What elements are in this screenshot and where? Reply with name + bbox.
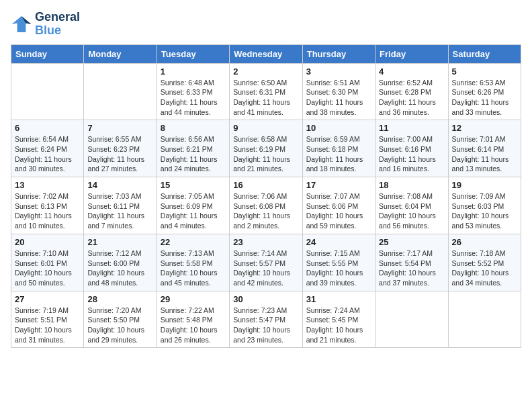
calendar-cell: 27Sunrise: 7:19 AM Sunset: 5:51 PM Dayli… [11,291,84,348]
calendar-cell [448,291,521,348]
weekday-header-wednesday: Wednesday [230,44,302,63]
calendar-cell: 8Sunrise: 6:56 AM Sunset: 6:21 PM Daylig… [157,120,229,177]
day-number: 17 [306,180,371,190]
day-detail: Sunrise: 7:07 AM Sunset: 6:06 PM Dayligh… [306,191,371,231]
weekday-header-monday: Monday [84,44,157,63]
calendar-cell: 5Sunrise: 6:53 AM Sunset: 6:26 PM Daylig… [448,63,521,120]
day-detail: Sunrise: 7:03 AM Sunset: 6:11 PM Dayligh… [87,191,152,231]
day-number: 2 [233,66,298,77]
day-number: 15 [161,180,226,190]
day-number: 18 [379,180,444,190]
day-detail: Sunrise: 7:06 AM Sunset: 6:08 PM Dayligh… [233,191,298,231]
day-number: 3 [306,66,371,77]
calendar-cell: 18Sunrise: 7:08 AM Sunset: 6:04 PM Dayli… [375,177,448,234]
day-detail: Sunrise: 7:24 AM Sunset: 5:45 PM Dayligh… [306,306,371,345]
day-detail: Sunrise: 7:00 AM Sunset: 6:16 PM Dayligh… [379,134,444,174]
day-number: 14 [87,180,152,190]
day-detail: Sunrise: 7:23 AM Sunset: 5:47 PM Dayligh… [233,306,298,345]
calendar-cell: 31Sunrise: 7:24 AM Sunset: 5:45 PM Dayli… [302,291,375,348]
day-detail: Sunrise: 7:15 AM Sunset: 5:55 PM Dayligh… [306,248,371,288]
calendar-cell: 4Sunrise: 6:52 AM Sunset: 6:28 PM Daylig… [375,63,448,120]
logo: General Blue [11,11,80,38]
day-detail: Sunrise: 6:53 AM Sunset: 6:26 PM Dayligh… [452,78,517,118]
weekday-header-friday: Friday [375,44,448,63]
day-number: 7 [87,123,152,133]
day-number: 31 [306,294,371,304]
day-detail: Sunrise: 6:51 AM Sunset: 6:30 PM Dayligh… [306,78,371,118]
day-detail: Sunrise: 7:01 AM Sunset: 6:14 PM Dayligh… [452,134,517,174]
calendar-cell: 24Sunrise: 7:15 AM Sunset: 5:55 PM Dayli… [302,234,375,291]
calendar-cell: 7Sunrise: 6:55 AM Sunset: 6:23 PM Daylig… [84,120,157,177]
calendar-cell: 25Sunrise: 7:17 AM Sunset: 5:54 PM Dayli… [375,234,448,291]
calendar-cell: 16Sunrise: 7:06 AM Sunset: 6:08 PM Dayli… [230,177,302,234]
calendar-cell: 12Sunrise: 7:01 AM Sunset: 6:14 PM Dayli… [448,120,521,177]
day-detail: Sunrise: 6:56 AM Sunset: 6:21 PM Dayligh… [161,134,226,174]
day-number: 19 [452,180,517,190]
day-detail: Sunrise: 6:54 AM Sunset: 6:24 PM Dayligh… [15,134,80,174]
calendar-cell: 14Sunrise: 7:03 AM Sunset: 6:11 PM Dayli… [84,177,157,234]
day-detail: Sunrise: 7:02 AM Sunset: 6:13 PM Dayligh… [15,191,80,231]
day-detail: Sunrise: 7:08 AM Sunset: 6:04 PM Dayligh… [379,191,444,231]
day-detail: Sunrise: 6:58 AM Sunset: 6:19 PM Dayligh… [233,134,298,174]
calendar-cell: 6Sunrise: 6:54 AM Sunset: 6:24 PM Daylig… [11,120,84,177]
day-number: 24 [306,237,371,247]
day-number: 25 [379,237,444,247]
day-detail: Sunrise: 7:14 AM Sunset: 5:57 PM Dayligh… [233,248,298,288]
day-number: 22 [161,237,226,247]
day-detail: Sunrise: 7:09 AM Sunset: 6:03 PM Dayligh… [452,191,517,231]
calendar-cell: 22Sunrise: 7:13 AM Sunset: 5:58 PM Dayli… [157,234,229,291]
calendar-cell: 3Sunrise: 6:51 AM Sunset: 6:30 PM Daylig… [302,63,375,120]
day-detail: Sunrise: 7:22 AM Sunset: 5:48 PM Dayligh… [161,306,226,345]
calendar-cell: 21Sunrise: 7:12 AM Sunset: 6:00 PM Dayli… [84,234,157,291]
day-number: 12 [452,123,517,133]
day-detail: Sunrise: 7:19 AM Sunset: 5:51 PM Dayligh… [15,306,80,345]
calendar-cell: 20Sunrise: 7:10 AM Sunset: 6:01 PM Dayli… [11,234,84,291]
day-detail: Sunrise: 7:18 AM Sunset: 5:52 PM Dayligh… [452,248,517,288]
day-detail: Sunrise: 6:50 AM Sunset: 6:31 PM Dayligh… [233,78,298,118]
day-detail: Sunrise: 7:17 AM Sunset: 5:54 PM Dayligh… [379,248,444,288]
day-number: 29 [161,294,226,304]
day-number: 1 [161,66,226,77]
day-number: 13 [15,180,80,190]
day-detail: Sunrise: 7:12 AM Sunset: 6:00 PM Dayligh… [87,248,152,288]
day-number: 11 [379,123,444,133]
svg-marker-0 [12,16,32,32]
calendar-cell [375,291,448,348]
header: General Blue [11,11,521,38]
weekday-header-sunday: Sunday [11,44,84,63]
calendar: SundayMondayTuesdayWednesdayThursdayFrid… [11,44,521,349]
calendar-cell: 29Sunrise: 7:22 AM Sunset: 5:48 PM Dayli… [157,291,229,348]
calendar-cell: 28Sunrise: 7:20 AM Sunset: 5:50 PM Dayli… [84,291,157,348]
calendar-cell: 19Sunrise: 7:09 AM Sunset: 6:03 PM Dayli… [448,177,521,234]
day-detail: Sunrise: 6:52 AM Sunset: 6:28 PM Dayligh… [379,78,444,118]
calendar-cell [11,63,84,120]
day-number: 28 [87,294,152,304]
day-detail: Sunrise: 7:13 AM Sunset: 5:58 PM Dayligh… [161,248,226,288]
day-number: 27 [15,294,80,304]
day-number: 30 [233,294,298,304]
logo-text: General Blue [35,11,80,38]
weekday-header-tuesday: Tuesday [157,44,229,63]
calendar-cell: 2Sunrise: 6:50 AM Sunset: 6:31 PM Daylig… [230,63,302,120]
day-number: 23 [233,237,298,247]
logo-icon [11,13,32,35]
day-detail: Sunrise: 6:55 AM Sunset: 6:23 PM Dayligh… [87,134,152,174]
day-number: 4 [379,66,444,77]
day-detail: Sunrise: 6:48 AM Sunset: 6:33 PM Dayligh… [161,78,226,118]
day-number: 16 [233,180,298,190]
day-detail: Sunrise: 7:20 AM Sunset: 5:50 PM Dayligh… [87,306,152,345]
day-number: 9 [233,123,298,133]
calendar-cell: 30Sunrise: 7:23 AM Sunset: 5:47 PM Dayli… [230,291,302,348]
calendar-cell: 26Sunrise: 7:18 AM Sunset: 5:52 PM Dayli… [448,234,521,291]
calendar-cell [84,63,157,120]
calendar-cell: 9Sunrise: 6:58 AM Sunset: 6:19 PM Daylig… [230,120,302,177]
day-detail: Sunrise: 7:10 AM Sunset: 6:01 PM Dayligh… [15,248,80,288]
calendar-cell: 17Sunrise: 7:07 AM Sunset: 6:06 PM Dayli… [302,177,375,234]
day-number: 26 [452,237,517,247]
calendar-cell: 10Sunrise: 6:59 AM Sunset: 6:18 PM Dayli… [302,120,375,177]
calendar-cell: 15Sunrise: 7:05 AM Sunset: 6:09 PM Dayli… [157,177,229,234]
day-number: 10 [306,123,371,133]
day-detail: Sunrise: 7:05 AM Sunset: 6:09 PM Dayligh… [161,191,226,231]
weekday-header-saturday: Saturday [448,44,521,63]
calendar-cell: 23Sunrise: 7:14 AM Sunset: 5:57 PM Dayli… [230,234,302,291]
